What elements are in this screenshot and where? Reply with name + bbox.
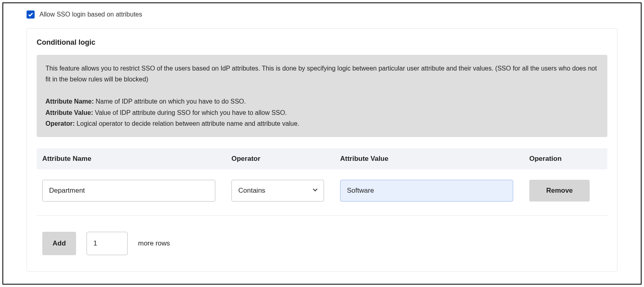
attribute-name-input[interactable] bbox=[42, 180, 215, 202]
info-box: This feature allows you to restrict SSO … bbox=[37, 55, 607, 137]
settings-frame: Allow SSO login based on attributes Cond… bbox=[2, 2, 642, 285]
operator-select[interactable]: Contains bbox=[231, 180, 324, 202]
rows-count-input[interactable] bbox=[87, 232, 128, 255]
allow-sso-checkbox[interactable] bbox=[27, 10, 35, 19]
def-attr-name-text: Name of IDP attribute on which you have … bbox=[94, 98, 246, 105]
col-header-attr-name: Attribute Name bbox=[42, 155, 231, 163]
allow-sso-checkbox-label: Allow SSO login based on attributes bbox=[39, 11, 142, 18]
rule-row: Contains Remove bbox=[37, 180, 607, 216]
rules-table-header: Attribute Name Operator Attribute Value … bbox=[37, 148, 607, 169]
col-header-operation: Operation bbox=[529, 155, 602, 163]
col-header-operator: Operator bbox=[231, 155, 340, 163]
col-header-attr-value: Attribute Value bbox=[340, 155, 529, 163]
remove-button[interactable]: Remove bbox=[529, 180, 590, 202]
def-attr-value: Attribute Value: Value of IDP attribute … bbox=[45, 107, 599, 118]
attribute-value-input[interactable] bbox=[340, 180, 513, 202]
operator-select-value: Contains bbox=[238, 187, 265, 195]
conditional-logic-panel: Conditional logic This feature allows yo… bbox=[27, 28, 617, 272]
def-attr-value-label: Attribute Value: bbox=[45, 109, 93, 116]
def-attr-value-text: Value of IDP attribute during SSO for wh… bbox=[93, 109, 287, 116]
add-row-controls: Add more rows bbox=[37, 232, 607, 255]
add-button[interactable]: Add bbox=[42, 232, 76, 255]
panel-title: Conditional logic bbox=[37, 38, 607, 47]
def-attr-name-label: Attribute Name: bbox=[45, 98, 94, 105]
definitions-block: Attribute Name: Name of IDP attribute on… bbox=[45, 96, 599, 129]
def-operator: Operator: Logical operator to decide rel… bbox=[45, 118, 599, 129]
allow-sso-checkbox-row: Allow SSO login based on attributes bbox=[27, 10, 617, 19]
def-operator-text: Logical operator to decide relation betw… bbox=[75, 120, 299, 127]
def-attr-name: Attribute Name: Name of IDP attribute on… bbox=[45, 96, 599, 107]
operator-select-wrapper: Contains bbox=[231, 180, 324, 202]
info-description: This feature allows you to restrict SSO … bbox=[45, 63, 599, 85]
checkmark-icon bbox=[28, 12, 33, 17]
more-rows-label: more rows bbox=[138, 239, 170, 247]
def-operator-label: Operator: bbox=[45, 120, 75, 127]
